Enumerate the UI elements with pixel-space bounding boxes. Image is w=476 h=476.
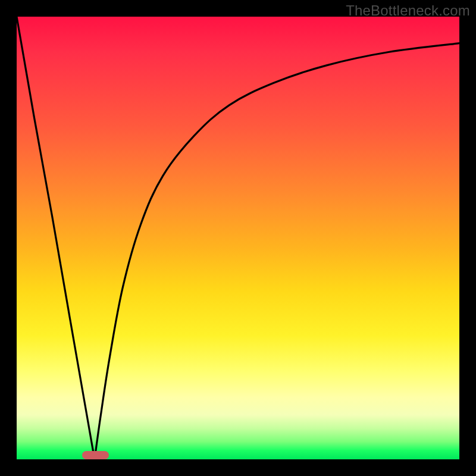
plot-area <box>17 17 459 459</box>
curve-left-branch <box>17 17 95 459</box>
chart-frame: TheBottleneck.com <box>0 0 476 476</box>
bottleneck-curve <box>17 17 459 459</box>
curve-right-branch <box>95 43 459 459</box>
optimal-marker <box>82 451 109 459</box>
watermark-text: TheBottleneck.com <box>346 2 470 19</box>
